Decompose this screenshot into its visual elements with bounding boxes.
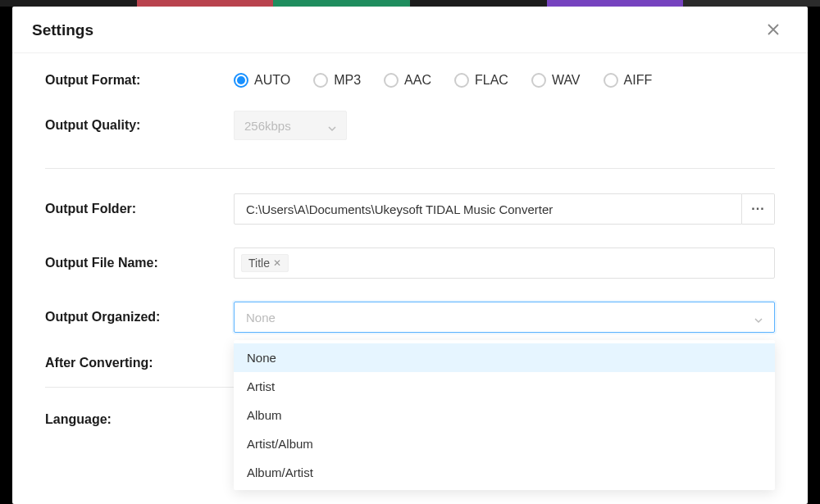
format-radio-aiff[interactable]: AIFF: [604, 73, 653, 88]
filename-tag-input[interactable]: Title ✕: [234, 247, 775, 279]
radio-label: AUTO: [254, 73, 290, 88]
organized-value: None: [246, 311, 276, 325]
format-radio-aac[interactable]: AAC: [384, 73, 431, 88]
radio-label: FLAC: [475, 73, 508, 88]
organized-dropdown: NoneArtistAlbumArtist/AlbumAlbum/Artist: [234, 340, 775, 490]
browse-folder-button[interactable]: ···: [742, 193, 775, 225]
chevron-down-icon: [754, 313, 763, 321]
dropdown-item[interactable]: None: [234, 343, 775, 372]
organized-controls: None NoneArtistAlbumArtist/AlbumAlbum/Ar…: [234, 302, 775, 333]
chevron-down-icon: [328, 121, 336, 129]
close-button[interactable]: [762, 20, 785, 41]
output-quality-label: Output Quality:: [45, 118, 234, 133]
settings-modal: Settings Output Format: AUTOMP3AACFLACWA…: [12, 7, 808, 504]
tag-label: Title: [248, 257, 270, 270]
output-folder-row: Output Folder: ···: [45, 193, 775, 225]
radio-icon: [454, 73, 469, 88]
format-radio-flac[interactable]: FLAC: [454, 73, 508, 88]
format-radio-group: AUTOMP3AACFLACWAVAIFF: [234, 73, 775, 88]
output-organized-row: Output Organized: None NoneArtistAlbumAr…: [45, 302, 775, 333]
output-organized-label: Output Organized:: [45, 310, 234, 325]
dropdown-item[interactable]: Artist: [234, 372, 775, 401]
modal-header: Settings: [12, 7, 808, 53]
dropdown-item[interactable]: Album: [234, 401, 775, 429]
section-divider: [45, 168, 775, 169]
settings-content: Output Format: AUTOMP3AACFLACWAVAIFF Out…: [12, 53, 808, 427]
output-folder-input[interactable]: [234, 193, 742, 225]
radio-icon: [313, 73, 328, 88]
after-converting-label: After Converting:: [45, 356, 234, 370]
radio-icon: [604, 73, 618, 88]
radio-label: WAV: [552, 73, 581, 88]
quality-select: 256kbps: [234, 111, 347, 140]
quality-controls: 256kbps: [234, 111, 775, 140]
output-quality-row: Output Quality: 256kbps: [45, 111, 775, 140]
radio-label: AIFF: [624, 73, 653, 88]
output-filename-label: Output File Name:: [45, 256, 234, 270]
format-radio-auto[interactable]: AUTO: [234, 73, 290, 88]
dropdown-item[interactable]: Artist/Album: [234, 429, 775, 458]
radio-icon: [234, 73, 248, 88]
format-radio-wav[interactable]: WAV: [531, 73, 581, 88]
radio-label: AAC: [404, 73, 431, 88]
tag-remove-icon[interactable]: ✕: [273, 257, 281, 269]
radio-label: MP3: [334, 73, 361, 88]
radio-icon: [531, 73, 546, 88]
close-icon: [767, 20, 780, 40]
folder-input-group: ···: [234, 193, 775, 225]
radio-icon: [384, 73, 399, 88]
filename-tag: Title ✕: [241, 254, 289, 272]
background-blur: [0, 0, 820, 7]
quality-value: 256kbps: [244, 119, 291, 133]
output-folder-label: Output Folder:: [45, 202, 234, 216]
language-label: Language:: [45, 412, 234, 427]
output-filename-row: Output File Name: Title ✕: [45, 247, 775, 279]
dropdown-item[interactable]: Album/Artist: [234, 458, 775, 487]
filename-controls: Title ✕: [234, 247, 775, 279]
output-format-row: Output Format: AUTOMP3AACFLACWAVAIFF: [45, 73, 775, 88]
organized-select[interactable]: None NoneArtistAlbumArtist/AlbumAlbum/Ar…: [234, 302, 775, 333]
format-radio-mp3[interactable]: MP3: [313, 73, 361, 88]
output-format-label: Output Format:: [45, 73, 234, 88]
modal-title: Settings: [32, 21, 93, 39]
